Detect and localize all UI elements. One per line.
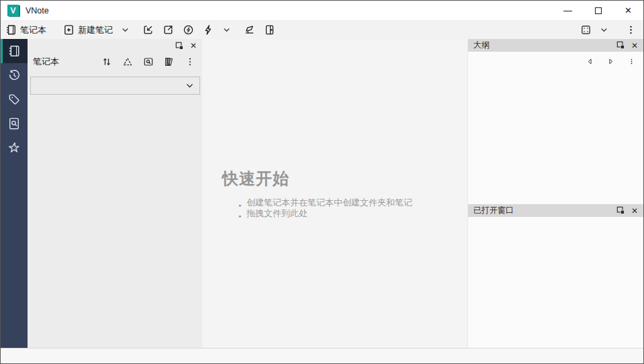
notebook-panel: ✕ 笔记本 (28, 39, 202, 348)
app-body: ✕ 笔记本 (1, 39, 643, 348)
notebook-menu-icon[interactable] (185, 56, 195, 67)
quick-start: 快速开始 创建笔记本并在笔记本中创建文件夹和笔记 拖拽文件到此处 (222, 168, 412, 219)
right-dock: 大纲 ✕ (467, 39, 643, 348)
sort-icon[interactable] (101, 56, 112, 67)
outline-panel-title: 大纲 (473, 40, 490, 51)
opened-windows-panel: 已打开窗口 ✕ (468, 204, 643, 348)
close-button[interactable]: ✕ (613, 1, 643, 21)
new-note-button-label: 新建笔记 (78, 24, 113, 36)
activity-bar (1, 39, 28, 348)
outline-menu-icon[interactable] (628, 58, 635, 65)
notebook-icon (5, 24, 17, 36)
sidebar-item-tags[interactable] (1, 87, 28, 111)
close-panel-icon[interactable]: ✕ (631, 207, 638, 215)
close-icon: ✕ (625, 5, 632, 15)
increase-level-button[interactable] (607, 58, 614, 65)
outline-nav (468, 52, 643, 71)
manage-notebooks-icon[interactable] (164, 56, 175, 67)
notebook-panel-header: 笔记本 (28, 52, 202, 71)
maximize-button[interactable] (583, 1, 613, 21)
export-button[interactable] (158, 21, 178, 39)
float-window-icon[interactable] (616, 206, 625, 215)
decrease-level-button[interactable] (586, 58, 594, 65)
float-window-icon[interactable] (175, 42, 184, 50)
status-bar (1, 348, 643, 363)
door-icon (263, 24, 275, 36)
notebook-toolbar-button[interactable]: 笔记本 (1, 21, 50, 39)
magic-star-icon (7, 141, 21, 154)
minimize-button[interactable]: — (553, 1, 583, 21)
settings-menu-button[interactable] (620, 21, 641, 39)
search-notebook-icon[interactable] (143, 56, 154, 67)
quick-start-item: 拖拽文件到此处 (238, 208, 412, 219)
notebook-button-label: 笔记本 (20, 24, 46, 36)
opened-windows-content (468, 217, 643, 348)
float-window-icon[interactable] (616, 41, 625, 50)
task-dropdown[interactable] (218, 21, 235, 39)
chevron-down-icon (600, 26, 608, 34)
notebook-panel-title: 笔记本 (33, 56, 59, 68)
chevron-down-icon (121, 26, 130, 34)
dashed-square-icon (580, 24, 592, 36)
chevron-down-icon (185, 81, 194, 90)
kebab-menu-icon (625, 24, 637, 36)
scan-external-files-icon[interactable] (122, 56, 133, 67)
window-title: VNote (26, 6, 49, 15)
focus-mode-button[interactable] (259, 21, 279, 39)
import-icon (142, 24, 154, 36)
flash-access-button[interactable] (178, 21, 198, 39)
expand-content-button[interactable] (576, 21, 596, 39)
quick-start-list: 创建笔记本并在笔记本中创建文件夹和笔记 拖拽文件到此处 (238, 197, 412, 219)
outline-panel-header: 大纲 ✕ (468, 39, 643, 52)
outline-panel: 大纲 ✕ (468, 39, 643, 204)
maximize-icon (595, 7, 602, 14)
new-note-icon (62, 24, 75, 36)
close-panel-icon[interactable]: ✕ (190, 42, 197, 50)
sidebar-item-history[interactable] (1, 63, 28, 87)
opened-windows-header: 已打开窗口 ✕ (468, 204, 643, 217)
main-toolbar: 笔记本 新建笔记 (1, 21, 643, 39)
flash-page-button[interactable] (239, 21, 259, 39)
notebook-panel-controls: ✕ (28, 39, 202, 52)
notebook-icon (7, 44, 21, 58)
flash-circle-icon (182, 24, 194, 36)
history-clock-icon (7, 69, 21, 82)
close-panel-icon[interactable]: ✕ (631, 42, 638, 50)
new-note-dropdown[interactable] (117, 21, 134, 39)
vnote-window: V VNote — ✕ 笔记本 (0, 0, 644, 364)
new-note-button[interactable]: 新建笔记 (58, 21, 117, 39)
minimize-icon: — (563, 5, 572, 15)
notebook-combobox[interactable] (30, 77, 200, 95)
flash-page-icon (243, 24, 255, 36)
titlebar: V VNote — ✕ (1, 1, 643, 21)
sidebar-item-snippets[interactable] (1, 136, 28, 160)
sidebar-item-search[interactable] (1, 111, 28, 136)
lightning-icon (202, 24, 214, 36)
expand-dropdown[interactable] (596, 21, 612, 39)
export-icon (162, 24, 174, 36)
sidebar-item-notebooks[interactable] (1, 39, 28, 63)
task-button[interactable] (198, 21, 218, 39)
content-area: 快速开始 创建笔记本并在笔记本中创建文件夹和笔记 拖拽文件到此处 (202, 39, 467, 348)
quick-start-heading: 快速开始 (222, 168, 412, 189)
chevron-down-icon (222, 26, 231, 34)
import-button[interactable] (138, 21, 158, 39)
quick-start-item: 创建笔记本并在笔记本中创建文件夹和笔记 (238, 197, 412, 208)
tag-icon (7, 93, 21, 106)
vnote-logo-icon: V (7, 5, 19, 16)
opened-windows-title: 已打开窗口 (473, 205, 514, 216)
outline-content (468, 71, 643, 204)
file-search-icon (7, 117, 21, 130)
